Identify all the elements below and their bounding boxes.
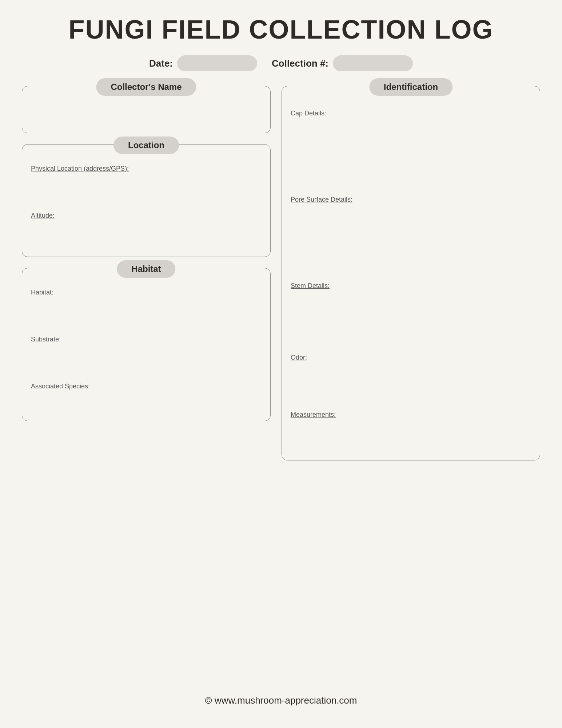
habitat-area[interactable]: [31, 298, 262, 328]
collector-section: Collector's Name: [22, 86, 271, 133]
physical-location-label: Physical Location (address/GPS):: [31, 165, 262, 173]
physical-location-area[interactable]: [31, 175, 262, 204]
stem-details-label: Stem Details:: [291, 282, 531, 290]
page-title: FUNGI FIELD COLLECTION LOG: [69, 15, 494, 44]
associated-species-label: Associated Species:: [31, 383, 262, 390]
collection-input[interactable]: [333, 55, 413, 71]
habitat-section: Habitat Habitat: Substrate: Associated S…: [22, 268, 271, 421]
collection-field: Collection #:: [272, 55, 413, 71]
left-column: Collector's Name Location Physical Locat…: [22, 86, 271, 677]
footer: © www.mushroom-appreciation.com: [205, 695, 357, 706]
altitude-area[interactable]: [31, 222, 262, 236]
cap-details-label: Cap Details:: [291, 110, 531, 117]
pore-surface-label: Pore Surface Details:: [291, 196, 531, 203]
measurements-area[interactable]: [291, 421, 531, 450]
identification-section: Identification Cap Details: Pore Surface…: [282, 86, 540, 460]
location-section: Location Physical Location (address/GPS)…: [22, 144, 271, 257]
odor-area[interactable]: [291, 364, 531, 400]
habitat-section-title: Habitat: [117, 260, 175, 278]
identification-section-title: Identification: [369, 78, 453, 96]
collector-section-title: Collector's Name: [96, 78, 196, 96]
pore-surface-area[interactable]: [291, 206, 531, 271]
date-field: Date:: [149, 55, 257, 71]
right-column: Identification Cap Details: Pore Surface…: [282, 86, 540, 677]
date-input[interactable]: [177, 55, 257, 71]
substrate-label: Substrate:: [31, 336, 262, 343]
date-label: Date:: [149, 58, 173, 69]
main-content: Collector's Name Location Physical Locat…: [22, 86, 540, 677]
associated-species-area[interactable]: [31, 392, 262, 411]
header-row: Date: Collection #:: [22, 55, 540, 71]
collection-label: Collection #:: [272, 58, 328, 69]
measurements-label: Measurements:: [291, 411, 531, 419]
location-section-title: Location: [113, 136, 179, 154]
substrate-area[interactable]: [31, 345, 262, 375]
odor-label: Odor:: [291, 354, 531, 361]
cap-details-area[interactable]: [291, 119, 531, 185]
habitat-label: Habitat:: [31, 289, 262, 296]
altitude-label: Altitude:: [31, 212, 262, 219]
stem-details-area[interactable]: [291, 292, 531, 343]
